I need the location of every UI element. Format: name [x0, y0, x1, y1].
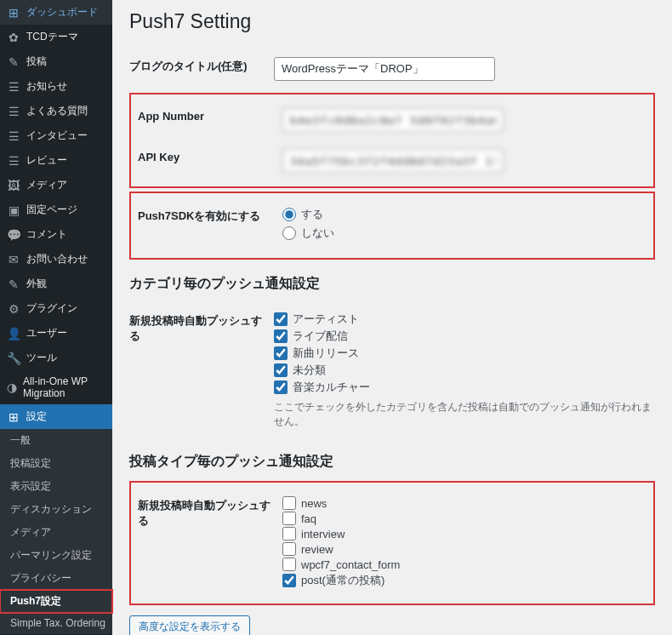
cat-autopush-label: 新規投稿時自動プッシュする: [129, 303, 274, 438]
sidebar-item-label: お問い合わせ: [26, 252, 88, 266]
sidebar-icon: ☰: [7, 129, 20, 143]
cat-label: アーティスト: [293, 312, 359, 327]
sidebar-icon: ✎: [7, 277, 20, 291]
sidebar-item-9[interactable]: 💬コメント: [0, 222, 112, 247]
sidebar-icon: ▣: [7, 203, 20, 217]
submenu-item-6[interactable]: プライバシー: [0, 567, 112, 590]
settings-content: Push7 Setting ブログのタイトル(任意) App Number AP…: [112, 0, 672, 635]
sidebar-item-label: TCDテーマ: [26, 30, 78, 44]
api-key-input[interactable]: [282, 149, 504, 173]
app-number-input[interactable]: [282, 108, 504, 132]
api-key-label: API Key: [138, 140, 282, 181]
sidebar-icon: ☰: [7, 80, 20, 94]
sdk-enable-box: Push7SDKを有効にする する しない: [129, 192, 655, 260]
sidebar-icon: ☰: [7, 154, 20, 168]
sidebar-icon: 👤: [7, 327, 20, 340]
posttype-label: interview: [301, 528, 345, 541]
sidebar-item-label: 投稿: [26, 54, 47, 69]
api-credentials-box: App Number API Key: [129, 93, 655, 188]
cat-desc: ここでチェックを外したカテゴリを含んだ投稿は自動でのプッシュ通知が行われません。: [274, 400, 655, 429]
advanced-settings-button[interactable]: 高度な設定を表示する: [129, 615, 250, 635]
sidebar-item-label: レビュー: [26, 153, 67, 168]
posttype-checkbox-3[interactable]: [282, 542, 296, 556]
blog-title-input[interactable]: [274, 57, 495, 81]
posttype-heading: 投稿タイプ毎のプッシュ通知設定: [129, 453, 655, 471]
sidebar-item-label: ダッシュボード: [26, 5, 98, 20]
sidebar-icon: ☰: [7, 105, 20, 118]
cat-checkbox-1[interactable]: [274, 329, 288, 343]
submenu-item-2[interactable]: 表示設定: [0, 475, 112, 498]
posttype-checkbox-4[interactable]: [282, 558, 296, 571]
sdk-no-radio[interactable]: [282, 226, 296, 240]
sdk-no-label: しない: [301, 226, 334, 241]
sdk-yes-radio[interactable]: [282, 208, 296, 221]
sidebar-item-11[interactable]: ✎外観: [0, 272, 112, 296]
sidebar-icon: ⊞: [7, 6, 20, 20]
sidebar-item-label: メディア: [26, 178, 67, 192]
sidebar-item-13[interactable]: 👤ユーザー: [0, 321, 112, 346]
submenu-item-4[interactable]: メディア: [0, 521, 112, 544]
sidebar-icon: ✎: [7, 55, 20, 69]
page-title: Push7 Setting: [129, 10, 655, 33]
posttype-label: post(通常の投稿): [301, 573, 384, 588]
sidebar-item-4[interactable]: ☰よくある質問: [0, 99, 112, 123]
posttype-checkbox-1[interactable]: [282, 512, 296, 525]
cat-checkbox-2[interactable]: [274, 346, 288, 360]
posttype-checkbox-0[interactable]: [282, 496, 296, 510]
blog-title-label: ブログのタイトル(任意): [129, 49, 274, 89]
sidebar-icon: 🔧: [7, 352, 20, 365]
sidebar-icon: 🖼: [7, 179, 20, 192]
submenu-item-5[interactable]: パーマリンク設定: [0, 544, 112, 567]
posttype-checkbox-5[interactable]: [282, 574, 296, 587]
sidebar-item-0[interactable]: ⊞ダッシュボード: [0, 0, 112, 25]
submenu-item-1[interactable]: 投稿設定: [0, 452, 112, 475]
sidebar-item-8[interactable]: ▣固定ページ: [0, 197, 112, 222]
cat-checkbox-3[interactable]: [274, 363, 288, 377]
cat-label: 新曲リリース: [293, 346, 359, 361]
admin-sidebar: ⊞ダッシュボード✿TCDテーマ✎投稿☰お知らせ☰よくある質問☰インタビュー☰レビ…: [0, 0, 112, 635]
sidebar-item-7[interactable]: 🖼メディア: [0, 173, 112, 197]
cat-label: ライブ配信: [293, 329, 348, 344]
sidebar-item-label: ツール: [26, 351, 57, 365]
sidebar-icon: ✉: [7, 253, 20, 266]
sidebar-item-15[interactable]: ◑All-in-One WP Migration: [0, 370, 112, 404]
posttype-label: review: [301, 543, 333, 556]
sidebar-item-label: 設定: [26, 409, 47, 424]
sidebar-item-label: All-in-One WP Migration: [23, 375, 105, 399]
pt-autopush-label: 新規投稿時自動プッシュする: [138, 488, 282, 598]
cat-checkbox-0[interactable]: [274, 312, 288, 326]
sidebar-item-label: お知らせ: [26, 79, 67, 94]
sidebar-item-1[interactable]: ✿TCDテーマ: [0, 25, 112, 49]
sidebar-item-label: よくある質問: [26, 104, 88, 118]
posttype-label: wpcf7_contact_form: [301, 558, 400, 571]
sidebar-item-14[interactable]: 🔧ツール: [0, 346, 112, 370]
sidebar-item-label: 固定ページ: [26, 203, 77, 217]
sidebar-item-label: インタビュー: [26, 129, 88, 143]
sidebar-item-6[interactable]: ☰レビュー: [0, 148, 112, 173]
submenu-item-0[interactable]: 一般: [0, 429, 112, 452]
sidebar-icon: 💬: [7, 228, 20, 242]
submenu-item-3[interactable]: ディスカッション: [0, 498, 112, 521]
submenu-item-8[interactable]: Simple Tax. Ordering: [0, 613, 112, 633]
sidebar-item-3[interactable]: ☰お知らせ: [0, 74, 112, 99]
posttype-label: faq: [301, 512, 316, 525]
submenu-item-7[interactable]: Push7設定: [0, 590, 112, 613]
cat-label: 未分類: [293, 363, 326, 378]
sidebar-item-label: プラグイン: [26, 301, 77, 316]
sidebar-icon: ✿: [7, 31, 20, 44]
sdk-enable-label: Push7SDKを有効にする: [138, 198, 282, 253]
app-number-label: App Number: [138, 100, 282, 140]
sidebar-item-10[interactable]: ✉お問い合わせ: [0, 247, 112, 272]
sidebar-icon: ⚙: [7, 302, 20, 316]
posttype-checkbox-2[interactable]: [282, 527, 296, 541]
sidebar-icon: ⊞: [7, 410, 20, 424]
sdk-yes-label: する: [301, 207, 323, 222]
sidebar-item-label: コメント: [26, 227, 67, 242]
sidebar-item-12[interactable]: ⚙プラグイン: [0, 296, 112, 321]
sidebar-item-5[interactable]: ☰インタビュー: [0, 123, 112, 148]
sidebar-item-label: ユーザー: [26, 326, 67, 340]
sidebar-item-2[interactable]: ✎投稿: [0, 49, 112, 74]
cat-checkbox-4[interactable]: [274, 380, 288, 394]
sidebar-item-16[interactable]: ⊞設定: [0, 404, 112, 429]
sidebar-icon: ◑: [7, 380, 17, 394]
